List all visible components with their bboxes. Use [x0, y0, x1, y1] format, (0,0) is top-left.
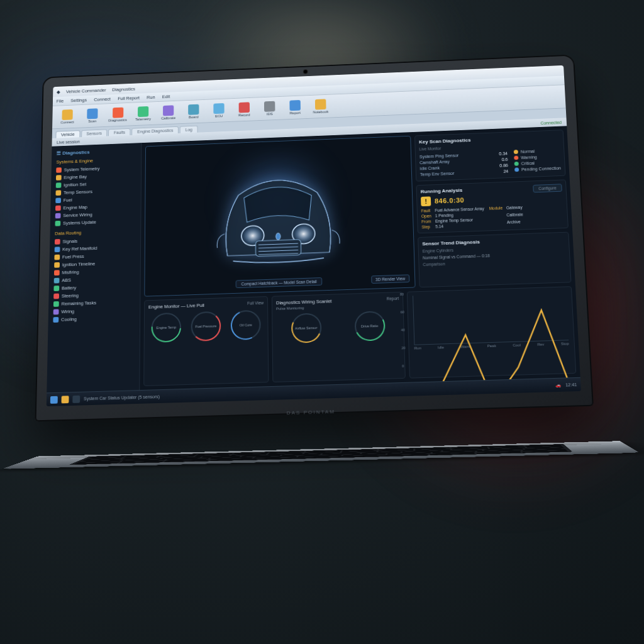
tab-faults[interactable]: Faults: [108, 128, 130, 136]
list-icon: ☰: [57, 151, 61, 157]
chart-panel: 806040200 RunIdleWarmPeakCoolRevStop: [407, 286, 576, 379]
bullet-icon: [55, 206, 61, 211]
tab-log[interactable]: Log: [180, 126, 197, 133]
report-icon: [289, 100, 301, 111]
car-tray-icon[interactable]: 🚗: [556, 382, 562, 387]
tool-label: Report: [290, 111, 301, 114]
bullet-icon: [53, 309, 59, 314]
kv-key: [490, 220, 504, 226]
sidebar-item-label: ABS: [62, 277, 71, 283]
gauge1-view-button[interactable]: Full View: [247, 301, 264, 306]
laptop-brand: DAS POINTAM: [287, 409, 335, 416]
content-grid: Compact Hatchback — Model Scan Detail 3D…: [140, 126, 580, 390]
tool-diagnostics[interactable]: Diagnostics: [106, 106, 130, 123]
app-icon[interactable]: [72, 395, 80, 402]
sidebar-item-label: Ignition Timeline: [62, 261, 96, 267]
tab-sensors[interactable]: Sensors: [81, 129, 108, 137]
sidebar-item-label: Fuel Press: [62, 253, 84, 260]
tool-report[interactable]: Report: [284, 99, 307, 116]
tool-notebook[interactable]: Notebook: [309, 97, 332, 115]
status-critical: Critical: [514, 160, 561, 165]
gauge-label: Drive Ratio: [361, 324, 378, 328]
kv-value: Gateway: [506, 205, 523, 211]
menu-settings[interactable]: Settings: [70, 97, 87, 103]
bullet-icon: [56, 175, 62, 180]
sidebar-item-label: Temp Sensors: [64, 189, 92, 195]
gauge-panel-2: Diagnostics Wiring Scanlet Pulse Monitor…: [272, 292, 406, 382]
gauge-oil[interactable]: Oil Core: [231, 310, 261, 340]
chart-x-label: Idle: [438, 345, 444, 349]
gauge-drive[interactable]: Drive Ratio: [354, 311, 385, 341]
sidebar-item-label: Key Ref Manifold: [62, 245, 97, 252]
tool-label: Board: [189, 115, 198, 119]
menu-full-report[interactable]: Full Report: [118, 95, 140, 101]
bullet-icon: [55, 247, 60, 252]
gauge-fuel[interactable]: Fuel Pressure: [191, 311, 221, 341]
keyboard-deck: [1, 441, 640, 469]
tool-label: Scan: [88, 119, 96, 123]
bullet-icon: [54, 278, 60, 284]
screen-bezel: ◆ Vehicle Commander Diagnostics FileSett…: [35, 55, 594, 422]
bullet-icon: [53, 301, 59, 307]
ids-icon: [264, 101, 275, 112]
tool-label: IDS: [267, 112, 273, 116]
explorer-icon[interactable]: [62, 396, 69, 403]
vehicle-3d-panel[interactable]: Compact Hatchback — Model Scan Detail 3D…: [144, 136, 415, 297]
gauge1-title: Engine Monitor — Live Pull: [148, 301, 264, 310]
sidebar-item-label: Engine Bay: [64, 174, 87, 180]
car-view-label[interactable]: 3D Render View: [371, 274, 409, 284]
chart-x-label: Peak: [487, 344, 496, 348]
tool-scan[interactable]: Scan: [81, 107, 104, 125]
bullet-icon: [55, 239, 60, 245]
gauge-engine[interactable]: Engine Temp: [152, 313, 181, 343]
tool-calibrate[interactable]: Calibrate: [157, 104, 179, 121]
tool-telemetry[interactable]: Telemetry: [131, 105, 154, 123]
bullet-icon: [54, 255, 60, 260]
car-wireframe-icon: [172, 152, 387, 280]
tool-ecu[interactable]: ECU: [208, 102, 231, 119]
tool-label: Telemetry: [135, 117, 151, 121]
status-dot-icon: [514, 150, 518, 154]
status-warning: Warning: [514, 154, 560, 160]
warning-panel: Running Analysis Configure ! 846.0:30 Fa…: [416, 179, 568, 233]
bullet-icon: [55, 213, 61, 219]
right-column: Key Scan Diagnostics Live Monitor System…: [414, 130, 572, 287]
sidebar-item-label: Steering: [62, 293, 79, 299]
configure-button[interactable]: Configure: [533, 184, 562, 192]
sidebar-item-label: Fuel: [64, 197, 72, 203]
status-dot-icon: [514, 167, 519, 172]
start-icon[interactable]: [50, 396, 58, 403]
webcam-icon: [304, 70, 308, 74]
tool-record[interactable]: Record: [233, 101, 256, 118]
sidebar-item-label: Battery: [62, 285, 76, 291]
bullet-icon: [56, 182, 62, 188]
bar-chart[interactable]: [413, 291, 569, 345]
connection-status: Connected: [540, 120, 562, 125]
menu-connect[interactable]: Connect: [94, 96, 111, 102]
app-title: Vehicle Commander: [66, 87, 106, 94]
menu-file[interactable]: File: [57, 98, 64, 104]
gauge-panel-1: Engine Monitor — Live Pull Full View Eng…: [143, 296, 269, 386]
sidebar-item-label: Ignition Set: [64, 182, 86, 188]
car-caption: Compact Hatchback — Model Scan Detail: [236, 277, 323, 288]
tool-connect[interactable]: Connect: [56, 108, 79, 126]
analysis-panel: Sensor Trend Diagnosis Engine Cylinders …: [418, 232, 571, 288]
chart-y-tick: 20: [401, 346, 405, 350]
sidebar-item-label: Systems Update: [63, 219, 96, 226]
laptop: ◆ Vehicle Commander Diagnostics FileSett…: [32, 53, 628, 552]
sidebar-item-label: Wiring: [61, 309, 74, 314]
gauge-airflow[interactable]: Airflow Sensor: [291, 313, 321, 343]
telemetry-icon: [138, 106, 148, 117]
kv-key: Module: [489, 206, 503, 212]
keyboard[interactable]: [69, 444, 572, 465]
tool-board[interactable]: Board: [182, 103, 205, 120]
menu-edit[interactable]: Edit: [162, 94, 170, 99]
menu-run[interactable]: Run: [147, 94, 155, 100]
tool-ids[interactable]: IDS: [258, 99, 281, 117]
apple-menu-icon[interactable]: ◆: [57, 89, 60, 94]
kv-key: Step: [421, 225, 431, 229]
sidebar: ☰ Diagnostics Systems & Engine System Te…: [47, 143, 142, 392]
gauge2-report-button[interactable]: Report: [387, 296, 399, 301]
warning-value: 846.0:30: [435, 196, 464, 204]
chart-y-tick: 40: [401, 328, 404, 332]
